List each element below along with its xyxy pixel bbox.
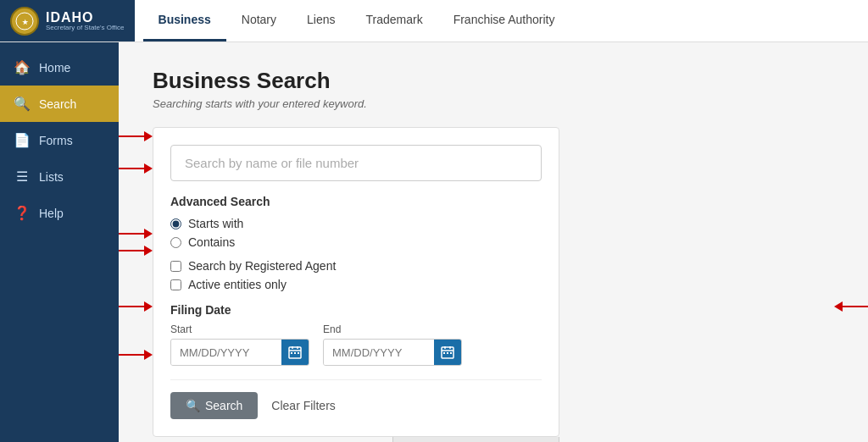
checkbox-registered-agent[interactable]: Search by Registered Agent — [170, 259, 542, 273]
sidebar-label-search: Search — [39, 97, 76, 111]
advanced-search-options-button[interactable]: Advanced Search Options ∧ — [392, 437, 559, 442]
svg-rect-13 — [443, 352, 445, 354]
svg-rect-6 — [291, 352, 292, 354]
nav-tab-franchise-authority[interactable]: Franchise Authority — [438, 0, 570, 41]
svg-rect-7 — [294, 352, 296, 354]
arrow-search-btn — [119, 350, 153, 360]
advanced-search-label: Advanced Search — [170, 195, 542, 208]
arrow-active — [119, 246, 153, 256]
date-end-calendar-button[interactable] — [434, 340, 461, 365]
logo-title: IDAHO — [46, 11, 125, 25]
date-end-wrapper — [323, 339, 462, 366]
search-button[interactable]: 🔍 Search — [170, 392, 258, 419]
nav-tab-business[interactable]: Business — [143, 0, 226, 41]
logo-text-area: IDAHO Secretary of State's Office — [46, 11, 125, 31]
arrow-registered — [119, 229, 153, 239]
svg-rect-14 — [447, 352, 448, 354]
radio-contains-label: Contains — [188, 235, 235, 249]
radio-starts-with-label: Starts with — [188, 217, 243, 230]
svg-rect-8 — [298, 352, 299, 354]
date-end-input[interactable] — [324, 340, 434, 365]
nav-tab-notary[interactable]: Notary — [226, 0, 292, 41]
radio-group: Starts with Contains — [170, 217, 542, 249]
checkbox-active-entities-input[interactable] — [170, 279, 181, 290]
button-row: 🔍 Search Clear Filters — [170, 379, 542, 419]
logo-seal: ★ — [10, 7, 39, 36]
nav-tab-liens[interactable]: Liens — [292, 0, 350, 41]
svg-rect-15 — [450, 352, 452, 354]
sidebar-label-lists: Lists — [39, 170, 64, 184]
search-button-icon: 🔍 — [186, 399, 200, 412]
radio-starts-with-input[interactable] — [170, 218, 181, 229]
search-input[interactable] — [170, 145, 542, 181]
sidebar: 🏠 Home 🔍 Search 📄 Forms ☰ Lists ❓ Help — [0, 42, 119, 442]
filing-date-label: Filing Date — [170, 303, 542, 317]
svg-text:★: ★ — [22, 19, 29, 26]
page-subtitle: Searching starts with your entered keywo… — [153, 97, 834, 110]
page-title: Business Search — [153, 68, 834, 94]
sidebar-label-forms: Forms — [39, 134, 73, 147]
arrow-start-date — [119, 301, 153, 312]
lists-icon: ☰ — [14, 169, 31, 185]
sidebar-item-help[interactable]: ❓ Help — [0, 195, 119, 231]
main-content: Business Search Searching starts with yo… — [119, 42, 868, 442]
main-layout: 🏠 Home 🔍 Search 📄 Forms ☰ Lists ❓ Help — [0, 42, 868, 442]
date-row: Start — [170, 323, 542, 366]
date-start-input[interactable] — [171, 340, 281, 365]
search-icon: 🔍 — [14, 96, 31, 112]
date-start-calendar-button[interactable] — [281, 340, 309, 365]
forms-icon: 📄 — [14, 132, 31, 148]
sidebar-item-lists[interactable]: ☰ Lists — [0, 158, 119, 195]
checkbox-registered-agent-input[interactable] — [170, 261, 181, 272]
arrow-end-date — [834, 301, 868, 312]
date-start-wrapper — [170, 339, 309, 366]
advanced-options-footer: Advanced Search Options ∧ — [153, 437, 559, 442]
top-navigation: ★ IDAHO Secretary of State's Office Busi… — [0, 0, 868, 42]
radio-contains[interactable]: Contains — [170, 235, 542, 249]
logo-subtitle: Secretary of State's Office — [46, 25, 125, 31]
help-icon: ❓ — [14, 205, 31, 221]
nav-tabs: Business Notary Liens Trademark Franchis… — [135, 0, 570, 41]
sidebar-label-help: Help — [39, 207, 64, 220]
clear-filters-button[interactable]: Clear Filters — [271, 399, 335, 412]
checkbox-registered-agent-label: Search by Registered Agent — [188, 259, 336, 273]
date-start-label: Start — [170, 323, 309, 335]
sidebar-item-forms[interactable]: 📄 Forms — [0, 122, 119, 158]
date-end-group: End — [323, 323, 462, 366]
calendar-icon — [288, 345, 302, 359]
date-start-group: Start — [170, 323, 309, 366]
sidebar-label-home: Home — [39, 61, 70, 75]
radio-starts-with[interactable]: Starts with — [170, 217, 542, 230]
home-icon: 🏠 — [14, 59, 31, 75]
sidebar-item-home[interactable]: 🏠 Home — [0, 49, 119, 86]
nav-tab-trademark[interactable]: Trademark — [350, 0, 437, 41]
arrow-advanced — [119, 163, 153, 174]
checkbox-group: Search by Registered Agent Active entiti… — [170, 259, 542, 291]
search-container: Advanced Search Starts with Contains Sea… — [153, 127, 559, 437]
radio-contains-input[interactable] — [170, 237, 181, 248]
checkbox-active-entities[interactable]: Active entities only — [170, 278, 542, 291]
sidebar-item-search[interactable]: 🔍 Search — [0, 86, 119, 122]
search-button-label: Search — [205, 399, 242, 412]
calendar-icon — [441, 345, 454, 359]
checkbox-active-entities-label: Active entities only — [188, 278, 287, 291]
date-end-label: End — [323, 323, 462, 335]
logo-area: ★ IDAHO Secretary of State's Office — [0, 0, 135, 41]
arrow-search — [119, 131, 153, 141]
